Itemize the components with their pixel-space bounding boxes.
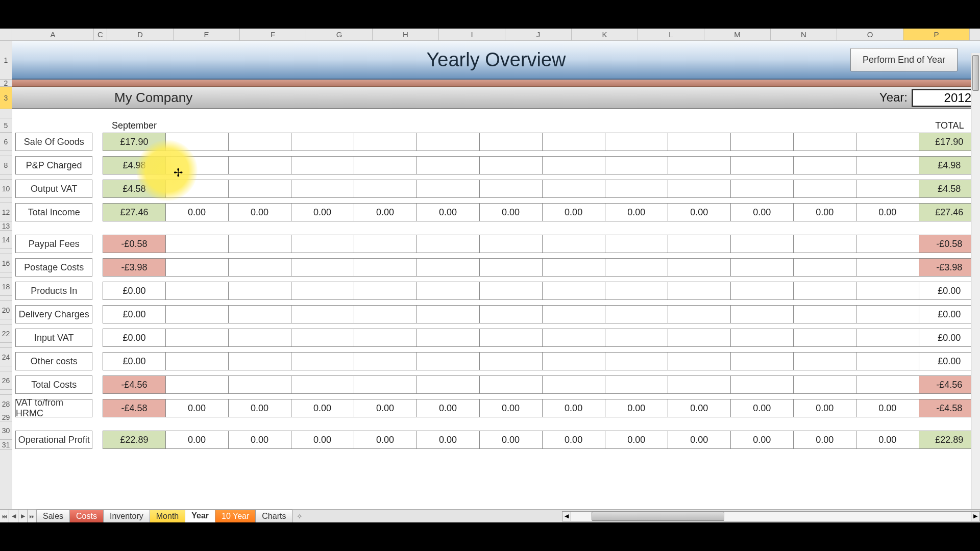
cell[interactable] (354, 352, 417, 370)
cell[interactable]: £0.00 (103, 329, 165, 347)
cell[interactable]: 0.00 (605, 399, 668, 417)
cell[interactable] (480, 305, 543, 323)
cell[interactable]: £0.00 (103, 282, 165, 300)
cell[interactable]: 0.00 (229, 203, 291, 221)
cell[interactable]: 0.00 (354, 203, 417, 221)
col-header-G[interactable]: G (306, 29, 373, 40)
row-header-22[interactable]: 22 (0, 324, 12, 343)
row-header-31[interactable]: 31 (0, 440, 12, 450)
cell[interactable] (229, 156, 291, 174)
cell[interactable] (543, 375, 605, 394)
cell[interactable]: 0.00 (354, 431, 417, 449)
cell[interactable] (794, 282, 856, 300)
cell[interactable] (291, 180, 354, 198)
cell[interactable]: -£3.98 (103, 258, 165, 277)
cell[interactable]: 0.00 (417, 431, 480, 449)
cell[interactable] (605, 375, 668, 394)
vertical-scroll-thumb[interactable] (972, 55, 979, 91)
row-header-2[interactable]: 2 (0, 80, 12, 87)
cell[interactable] (229, 235, 291, 253)
cell[interactable] (856, 375, 919, 394)
row-header-13[interactable]: 13 (0, 221, 12, 231)
sheet-tab-charts[interactable]: Charts (256, 510, 292, 522)
cell[interactable] (605, 352, 668, 370)
cell[interactable]: 0.00 (417, 203, 480, 221)
col-header-O[interactable]: O (837, 29, 903, 40)
cell[interactable] (543, 282, 605, 300)
cell[interactable] (291, 235, 354, 253)
cell[interactable] (605, 156, 668, 174)
sheet-tab-inventory[interactable]: Inventory (104, 510, 150, 522)
cell[interactable] (291, 156, 354, 174)
cells-area[interactable]: Yearly Overview Perform End of Year My C… (12, 41, 980, 522)
perform-end-of-year-button[interactable]: Perform End of Year (850, 48, 958, 71)
cell[interactable]: 0.00 (543, 203, 605, 221)
hscroll-thumb[interactable] (592, 512, 724, 521)
col-header-I[interactable]: I (439, 29, 505, 40)
cell[interactable] (794, 258, 856, 277)
cell[interactable]: 0.00 (794, 399, 856, 417)
col-header-A[interactable]: A (12, 29, 94, 40)
cell[interactable]: 0.00 (291, 431, 354, 449)
cell[interactable] (229, 133, 291, 151)
col-header-L[interactable]: L (638, 29, 704, 40)
row-header-28[interactable]: 28 (0, 395, 12, 413)
row-header-12[interactable]: 12 (0, 203, 12, 221)
hscroll-right[interactable]: ▶ (971, 511, 980, 521)
cell[interactable] (229, 180, 291, 198)
cell[interactable] (731, 282, 794, 300)
cell[interactable]: £17.90 (103, 133, 165, 151)
cell[interactable] (543, 133, 605, 151)
cell[interactable]: -£4.58 (103, 399, 165, 417)
cell[interactable]: 0.00 (668, 203, 731, 221)
cell[interactable] (543, 352, 605, 370)
cell[interactable] (668, 352, 731, 370)
cell[interactable]: 0.00 (480, 399, 543, 417)
cell[interactable] (731, 258, 794, 277)
year-input[interactable]: 2012 (912, 89, 977, 107)
cell[interactable] (354, 180, 417, 198)
cell[interactable] (605, 180, 668, 198)
col-header-H[interactable]: H (373, 29, 439, 40)
row-header-10[interactable]: 10 (0, 180, 12, 198)
row-header-blank-6[interactable] (0, 151, 12, 156)
vertical-scrollbar[interactable] (971, 53, 980, 509)
cell[interactable]: 0.00 (794, 431, 856, 449)
cell[interactable] (605, 118, 668, 133)
cell[interactable] (354, 375, 417, 394)
cell[interactable] (166, 305, 229, 323)
cell[interactable] (417, 305, 480, 323)
cell[interactable] (229, 258, 291, 277)
tab-nav-prev[interactable]: ◀ (9, 510, 18, 522)
cell[interactable]: £4.98 (103, 156, 165, 174)
cell[interactable] (291, 375, 354, 394)
cell[interactable] (291, 118, 354, 133)
cell[interactable] (229, 352, 291, 370)
row-header-14[interactable]: 14 (0, 231, 12, 249)
cell[interactable] (731, 133, 794, 151)
cell[interactable] (480, 118, 543, 133)
tab-nav-first[interactable]: ⏮ (0, 510, 9, 522)
cell[interactable] (794, 352, 856, 370)
cell[interactable] (605, 258, 668, 277)
cell[interactable] (354, 156, 417, 174)
cell[interactable]: 0.00 (731, 431, 794, 449)
cell[interactable] (543, 180, 605, 198)
row-header-18[interactable]: 18 (0, 278, 12, 296)
cell[interactable]: 0.00 (731, 399, 794, 417)
tab-nav-next[interactable]: ▶ (18, 510, 28, 522)
cell[interactable] (480, 282, 543, 300)
cell[interactable] (856, 118, 919, 133)
col-header-J[interactable]: J (505, 29, 572, 40)
cell[interactable] (794, 235, 856, 253)
cell[interactable] (668, 133, 731, 151)
row-header-blank-10[interactable] (0, 198, 12, 203)
cell[interactable]: 0.00 (417, 399, 480, 417)
cell[interactable] (417, 180, 480, 198)
cell[interactable] (480, 156, 543, 174)
cell[interactable] (731, 180, 794, 198)
cell[interactable] (794, 156, 856, 174)
cell[interactable] (291, 258, 354, 277)
sheet-tab-month[interactable]: Month (150, 510, 185, 522)
cell[interactable] (668, 305, 731, 323)
